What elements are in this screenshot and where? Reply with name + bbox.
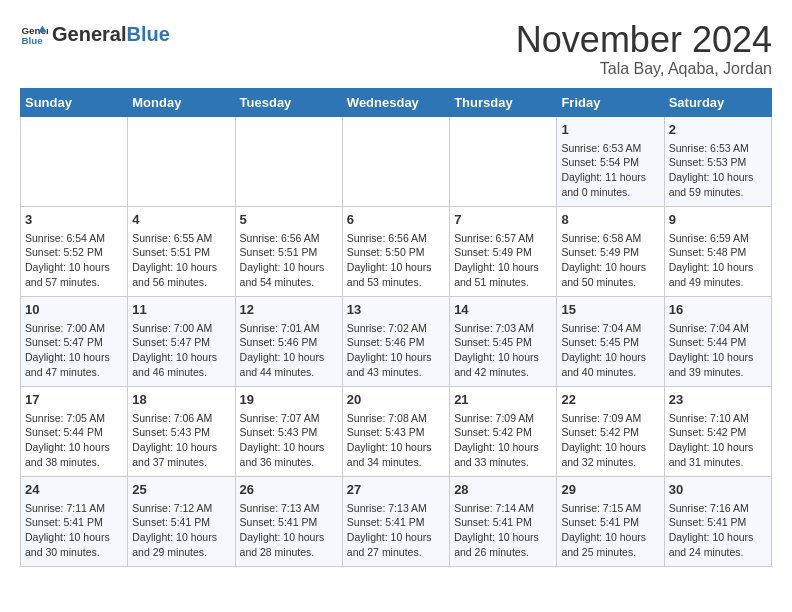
calendar-cell: 29Sunrise: 7:15 AMSunset: 5:41 PMDayligh… (557, 476, 664, 566)
day-info: Sunset: 5:45 PM (561, 335, 659, 350)
day-number: 4 (132, 211, 230, 229)
calendar-cell: 19Sunrise: 7:07 AMSunset: 5:43 PMDayligh… (235, 386, 342, 476)
day-info: Daylight: 10 hours and 26 minutes. (454, 530, 552, 559)
day-number: 14 (454, 301, 552, 319)
day-info: Daylight: 10 hours and 51 minutes. (454, 260, 552, 289)
col-header-thursday: Thursday (450, 88, 557, 116)
day-info: Sunset: 5:52 PM (25, 245, 123, 260)
calendar-week-row: 3Sunrise: 6:54 AMSunset: 5:52 PMDaylight… (21, 206, 772, 296)
day-number: 20 (347, 391, 445, 409)
day-info: Daylight: 10 hours and 36 minutes. (240, 440, 338, 469)
day-info: Sunrise: 7:06 AM (132, 411, 230, 426)
day-info: Daylight: 10 hours and 24 minutes. (669, 530, 767, 559)
day-info: Daylight: 10 hours and 59 minutes. (669, 170, 767, 199)
day-info: Daylight: 10 hours and 44 minutes. (240, 350, 338, 379)
day-number: 12 (240, 301, 338, 319)
day-number: 1 (561, 121, 659, 139)
day-info: Daylight: 10 hours and 30 minutes. (25, 530, 123, 559)
day-info: Sunrise: 6:59 AM (669, 231, 767, 246)
col-header-saturday: Saturday (664, 88, 771, 116)
day-number: 8 (561, 211, 659, 229)
month-title: November 2024 (516, 20, 772, 60)
day-info: Sunrise: 7:08 AM (347, 411, 445, 426)
day-info: Sunset: 5:51 PM (132, 245, 230, 260)
day-number: 6 (347, 211, 445, 229)
calendar-cell: 21Sunrise: 7:09 AMSunset: 5:42 PMDayligh… (450, 386, 557, 476)
calendar-cell: 30Sunrise: 7:16 AMSunset: 5:41 PMDayligh… (664, 476, 771, 566)
day-info: Daylight: 10 hours and 47 minutes. (25, 350, 123, 379)
day-info: Sunrise: 7:07 AM (240, 411, 338, 426)
calendar-cell (21, 116, 128, 206)
day-info: Sunrise: 6:53 AM (561, 141, 659, 156)
day-info: Sunset: 5:49 PM (454, 245, 552, 260)
day-info: Daylight: 10 hours and 42 minutes. (454, 350, 552, 379)
day-info: Sunset: 5:47 PM (25, 335, 123, 350)
day-info: Sunrise: 7:01 AM (240, 321, 338, 336)
calendar-cell: 2Sunrise: 6:53 AMSunset: 5:53 PMDaylight… (664, 116, 771, 206)
day-info: Sunrise: 6:55 AM (132, 231, 230, 246)
day-info: Sunset: 5:49 PM (561, 245, 659, 260)
day-number: 24 (25, 481, 123, 499)
day-info: Daylight: 10 hours and 39 minutes. (669, 350, 767, 379)
day-info: Sunrise: 7:09 AM (454, 411, 552, 426)
calendar-cell: 8Sunrise: 6:58 AMSunset: 5:49 PMDaylight… (557, 206, 664, 296)
day-number: 13 (347, 301, 445, 319)
col-header-monday: Monday (128, 88, 235, 116)
day-info: Daylight: 10 hours and 50 minutes. (561, 260, 659, 289)
day-info: Sunrise: 7:13 AM (240, 501, 338, 516)
calendar-cell: 12Sunrise: 7:01 AMSunset: 5:46 PMDayligh… (235, 296, 342, 386)
day-info: Daylight: 10 hours and 27 minutes. (347, 530, 445, 559)
calendar-cell: 26Sunrise: 7:13 AMSunset: 5:41 PMDayligh… (235, 476, 342, 566)
day-info: Daylight: 10 hours and 38 minutes. (25, 440, 123, 469)
day-info: Sunset: 5:44 PM (25, 425, 123, 440)
day-number: 23 (669, 391, 767, 409)
calendar-cell: 27Sunrise: 7:13 AMSunset: 5:41 PMDayligh… (342, 476, 449, 566)
day-number: 7 (454, 211, 552, 229)
calendar-cell: 1Sunrise: 6:53 AMSunset: 5:54 PMDaylight… (557, 116, 664, 206)
day-info: Sunset: 5:41 PM (454, 515, 552, 530)
calendar-cell: 11Sunrise: 7:00 AMSunset: 5:47 PMDayligh… (128, 296, 235, 386)
calendar-cell: 7Sunrise: 6:57 AMSunset: 5:49 PMDaylight… (450, 206, 557, 296)
day-info: Sunset: 5:41 PM (240, 515, 338, 530)
day-info: Sunset: 5:43 PM (240, 425, 338, 440)
day-info: Sunrise: 6:56 AM (240, 231, 338, 246)
title-block: November 2024 Tala Bay, Aqaba, Jordan (516, 20, 772, 78)
day-info: Sunset: 5:44 PM (669, 335, 767, 350)
calendar-cell: 14Sunrise: 7:03 AMSunset: 5:45 PMDayligh… (450, 296, 557, 386)
day-info: Sunrise: 7:04 AM (561, 321, 659, 336)
day-info: Daylight: 10 hours and 46 minutes. (132, 350, 230, 379)
day-info: Sunrise: 6:56 AM (347, 231, 445, 246)
day-info: Sunrise: 7:12 AM (132, 501, 230, 516)
logo-general: General (52, 23, 126, 46)
day-info: Sunset: 5:48 PM (669, 245, 767, 260)
calendar-cell: 22Sunrise: 7:09 AMSunset: 5:42 PMDayligh… (557, 386, 664, 476)
day-info: Sunset: 5:42 PM (454, 425, 552, 440)
day-info: Daylight: 10 hours and 31 minutes. (669, 440, 767, 469)
day-number: 5 (240, 211, 338, 229)
location-subtitle: Tala Bay, Aqaba, Jordan (516, 60, 772, 78)
calendar-header-row: SundayMondayTuesdayWednesdayThursdayFrid… (21, 88, 772, 116)
day-info: Sunset: 5:43 PM (132, 425, 230, 440)
day-info: Sunrise: 6:57 AM (454, 231, 552, 246)
day-info: Daylight: 10 hours and 28 minutes. (240, 530, 338, 559)
day-info: Daylight: 10 hours and 32 minutes. (561, 440, 659, 469)
day-info: Sunset: 5:54 PM (561, 155, 659, 170)
day-info: Sunset: 5:46 PM (240, 335, 338, 350)
calendar-week-row: 1Sunrise: 6:53 AMSunset: 5:54 PMDaylight… (21, 116, 772, 206)
day-number: 30 (669, 481, 767, 499)
day-info: Sunset: 5:41 PM (132, 515, 230, 530)
day-info: Sunset: 5:43 PM (347, 425, 445, 440)
day-info: Daylight: 10 hours and 56 minutes. (132, 260, 230, 289)
calendar-cell (235, 116, 342, 206)
day-number: 17 (25, 391, 123, 409)
day-info: Daylight: 10 hours and 57 minutes. (25, 260, 123, 289)
day-number: 16 (669, 301, 767, 319)
day-info: Sunrise: 7:15 AM (561, 501, 659, 516)
day-number: 19 (240, 391, 338, 409)
day-number: 2 (669, 121, 767, 139)
day-info: Sunset: 5:51 PM (240, 245, 338, 260)
day-number: 26 (240, 481, 338, 499)
calendar-cell: 28Sunrise: 7:14 AMSunset: 5:41 PMDayligh… (450, 476, 557, 566)
day-info: Sunset: 5:53 PM (669, 155, 767, 170)
day-info: Sunrise: 6:58 AM (561, 231, 659, 246)
